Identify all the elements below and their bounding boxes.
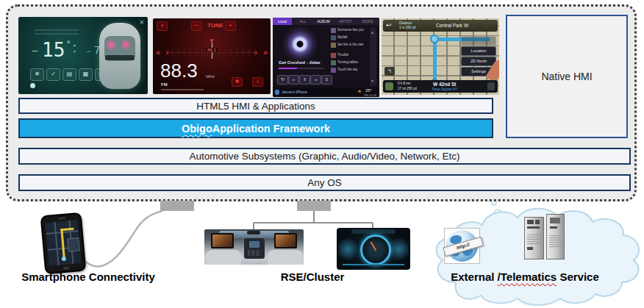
temp-degree: °: [67, 39, 70, 48]
hvac-fan-button[interactable]: ❄: [30, 68, 44, 81]
playlist-item[interactable]: Trouble: [331, 52, 368, 59]
temp-colon: :: [73, 40, 76, 56]
nav-topbar: ↩ Distance 1 m 250 yd Central Park W: [383, 20, 498, 32]
hvac-vent-button[interactable]: ▦: [79, 68, 93, 81]
server-tower-left: [524, 217, 544, 259]
any-os-bar: Any OS: [18, 174, 631, 191]
cluster-glow-left: [338, 235, 357, 263]
map-panel: [67, 237, 80, 251]
tune-minus-button[interactable]: −: [191, 21, 202, 31]
label-text-misspelled: /Telematics: [498, 271, 557, 283]
back-icon[interactable]: ↩: [386, 21, 392, 29]
scroll-up-icon[interactable]: ▲: [371, 30, 374, 35]
step-up-icon[interactable]: ›: [254, 48, 257, 57]
gps-icon: [385, 82, 393, 90]
nav-button-2dnorth[interactable]: 2D North: [461, 57, 496, 66]
console-buttons: [248, 250, 261, 256]
console-screen: [249, 241, 260, 248]
phone-screen-map: [45, 220, 81, 266]
tab-album[interactable]: ALBUM: [314, 18, 333, 25]
hvac-mode-button[interactable]: ▤: [62, 68, 76, 81]
close-icon[interactable]: ×: [157, 21, 168, 31]
tab-more[interactable]: MORE: [358, 18, 377, 25]
tune-plus-button[interactable]: +: [225, 21, 236, 31]
song-title: Someone like you: [337, 28, 368, 32]
phone-home-button[interactable]: [63, 266, 69, 270]
next-button[interactable]: »: [310, 75, 321, 85]
automotive-subsystems-label: Automotive Subsystems (Graphic, Audio/Vi…: [189, 151, 459, 162]
song-title: Set fire to the rain: [337, 43, 368, 46]
turn-arrow-box[interactable]: ↰: [384, 67, 395, 76]
song-thumb: [331, 28, 336, 33]
rse-cluster-label: RSE/Cluster: [243, 271, 382, 283]
playlist-scrollbar[interactable]: ▲ ▼: [370, 27, 376, 86]
any-os-label: Any OS: [307, 177, 342, 188]
song-thumb: [331, 60, 336, 65]
native-hmi-label: Native HMI: [541, 71, 592, 82]
pause-button[interactable]: ‖: [299, 75, 310, 85]
map-street-v: [54, 222, 59, 265]
car-topview-graphic: [99, 23, 140, 89]
drive-bay: [535, 220, 540, 224]
total-distance: 17 mi 250 yd: [398, 87, 417, 90]
tab-all[interactable]: ALL: [295, 18, 311, 25]
cluster-glow-right: [390, 235, 409, 263]
repeat-button[interactable]: ↻: [277, 75, 288, 85]
smartphone-cable-line: [76, 211, 162, 266]
step-down-icon[interactable]: ‹: [166, 48, 169, 57]
distance-value: 1 m 250 yd: [399, 26, 415, 29]
obigo-framework-bar: Obigo Application Framework: [18, 118, 493, 138]
playlist-item[interactable]: Skyfall: [331, 35, 368, 41]
drive-bay: [550, 226, 557, 229]
label-text: Smartphone Connectivity: [21, 271, 155, 283]
connector-tab-left: [160, 201, 194, 211]
playlist-item[interactable]: Turning tables: [331, 60, 368, 66]
navigation-screenshot: ↩ Distance 1 m 250 yd Central Park W Loc…: [382, 18, 499, 95]
car-banner: [105, 55, 135, 60]
label-text: Service: [557, 271, 599, 283]
stations-button[interactable]: ♪: [252, 77, 263, 87]
current-area: Times Square NY: [432, 87, 457, 91]
progress-track[interactable]: [279, 68, 324, 69]
nav-bottombar: 0 h 8 mn 17 mi 250 yd W 42nd St Times Sq…: [383, 80, 498, 93]
previous-button[interactable]: «: [288, 75, 299, 85]
seek-up-icon[interactable]: »: [263, 48, 268, 57]
obigo-rest: Application Framework: [212, 123, 330, 135]
scroll-down-icon[interactable]: ▼: [371, 79, 374, 83]
rearview-mirror: [247, 231, 260, 234]
platform-stack-container: × − 15 ° : − 7 ❄ ✓ ▤ ▦ ▩ × − TUNE + ▼ 88…: [6, 4, 637, 201]
close-icon[interactable]: ×: [140, 18, 144, 26]
temp-minus[interactable]: −: [32, 45, 37, 57]
temp-right-minus[interactable]: −: [86, 46, 91, 57]
vent-grille: [549, 234, 562, 247]
compass-box[interactable]: [487, 82, 495, 90]
progress-fill: [279, 68, 297, 69]
nav-button-location[interactable]: Location: [461, 46, 496, 56]
hvac-auto-button[interactable]: ✓: [46, 68, 60, 81]
frequency-unit: MHz: [206, 74, 215, 79]
seat-right: [268, 250, 303, 265]
tab-artist[interactable]: ARTIST: [336, 18, 355, 25]
seek-down-icon[interactable]: «: [156, 48, 160, 57]
frequency-value: 88.3: [160, 60, 198, 82]
playlist-item[interactable]: Someone like you: [331, 27, 368, 34]
hvac-screenshot: × − 15 ° : − 7 ❄ ✓ ▤ ▦ ▩: [18, 17, 148, 94]
route-vertical: [433, 37, 437, 83]
center-console: [244, 238, 265, 259]
song-title: Trouble: [337, 53, 368, 57]
queue-button[interactable]: ≡: [321, 75, 332, 85]
temp-value: 15: [42, 39, 65, 61]
playlist-item[interactable]: Touch the sky: [331, 67, 368, 74]
route-turn-node: [430, 35, 439, 43]
song-thumb: [331, 43, 336, 48]
playlist-item[interactable]: Set fire to the rain: [331, 42, 368, 49]
obigo-word: Obigo: [182, 123, 212, 135]
distance-label: Distance: [399, 21, 412, 25]
nav-button-faded[interactable]: [461, 36, 496, 46]
screen-content: [212, 234, 232, 247]
weather-temp: 25°: [365, 88, 372, 93]
favorite-button[interactable]: ★: [232, 77, 243, 87]
hvac-toggle-dot[interactable]: [30, 83, 35, 88]
song-title: Skyfall: [337, 35, 368, 39]
tab-local[interactable]: Local: [273, 18, 292, 25]
